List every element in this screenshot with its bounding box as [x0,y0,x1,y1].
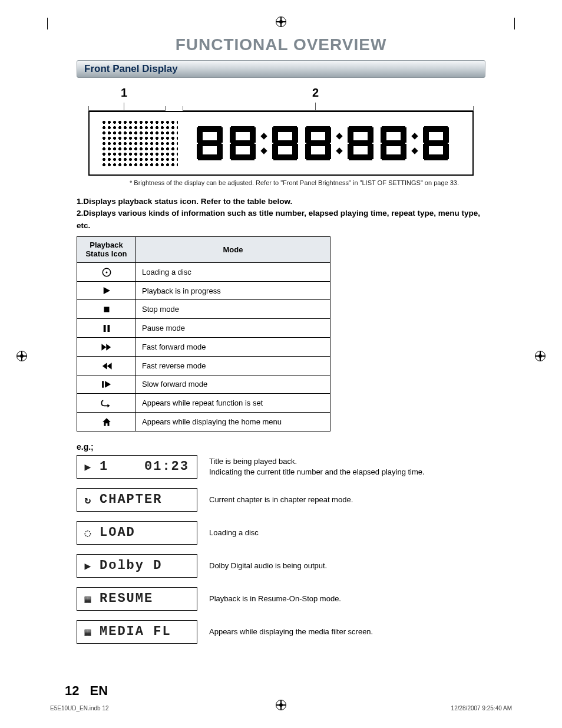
lcd-text: Dolby D [100,558,162,573]
registration-mark-right [535,351,546,361]
mode-text: Fast forward mode [136,338,330,357]
stop-dot-icon: ▦ [82,625,95,638]
lcd-example: ▶ 1 01:23 [77,455,197,479]
lcd-text: CHAPTER [100,492,162,507]
examples-list: ▶ 1 01:23 Title is being played back. In… [77,455,485,644]
display-panel [88,111,474,176]
page-lang: EN [90,683,108,699]
callout-2: 2 [312,86,319,100]
svg-point-1 [105,271,107,273]
mode-text: Appears while displaying the home menu [136,413,330,431]
home-icon [77,413,136,431]
table-row: Slow forward mode [77,375,330,394]
print-file: E5E10UD_EN.indb 12 [50,705,109,711]
example-row: ▶ 1 01:23 Title is being played back. In… [77,455,485,479]
table-row: Appears while repeat function is set [77,394,330,413]
lcd-text: RESUME [100,591,153,606]
svg-rect-5 [102,381,104,388]
svg-rect-3 [103,325,105,332]
lcd-text: 1 01:23 [100,459,189,474]
playback-mode-table: Playback Status Icon Mode Loading a disc… [77,236,330,431]
repeat-icon [77,394,136,413]
table-row: Fast forward mode [77,338,330,357]
slow-forward-icon [77,375,136,394]
table-row: Stop mode [77,300,330,319]
loading-dot-icon: ◌ [82,526,95,539]
page-number: 12 [65,683,79,699]
stop-icon [77,300,136,319]
fast-forward-icon [77,338,136,357]
lcd-example: ◌ LOAD [77,521,197,545]
section-heading: Front Panel Display [77,60,485,78]
lcd-text: MEDIA FL [100,624,171,639]
crop-mark [47,18,48,29]
mode-text: Loading a disc [136,262,330,281]
desc-item-1: 1.Displays playback status icon. Refer t… [77,196,485,207]
mode-text: Appears while repeat function is set [136,394,330,413]
desc-item-2: 2.Displays various kinds of information … [77,207,485,232]
lcd-example: ▦ MEDIA FL [77,620,197,644]
page-title: FUNCTIONAL OVERVIEW [35,35,527,54]
lcd-example: ▶ Dolby D [77,554,197,578]
table-row: Loading a disc [77,262,330,281]
crop-mark [514,18,515,29]
example-desc: Appears while displaying the media filte… [209,627,485,637]
callout-1: 1 [121,86,127,100]
seven-segment-group [196,125,461,162]
stop-dot-icon: ▦ [82,592,95,605]
rewind-icon [77,356,136,375]
table-header-mode: Mode [136,236,330,262]
mode-text: Pause mode [136,319,330,338]
loading-icon [77,262,136,281]
lcd-example: ▦ RESUME [77,587,197,611]
svg-rect-2 [104,307,109,312]
table-row: Playback is in progress [77,281,330,300]
lcd-example: ↻ CHAPTER [77,488,197,512]
example-heading: e.g.; [77,442,485,452]
example-row: ▦ RESUME Playback is in Resume-On-Stop m… [77,587,485,611]
mode-text: Slow forward mode [136,375,330,394]
table-row: Pause mode [77,319,330,338]
example-desc: Dolby Digital audio is being output. [209,561,485,571]
mode-text: Playback is in progress [136,281,330,300]
play-dot-icon: ▶ [82,460,95,473]
table-row: Appears while displaying the home menu [77,413,330,431]
brightness-note: * Brightness of the display can be adjus… [130,179,527,186]
print-footer: E5E10UD_EN.indb 12 12/28/2007 9:25:40 AM [50,705,512,711]
play-icon [77,281,136,300]
play-dot-icon: ▶ [82,559,95,572]
example-row: ↻ CHAPTER Current chapter is in chapter … [77,488,485,512]
example-desc: Current chapter is in chapter repeat mod… [209,495,485,505]
registration-mark-left [16,351,27,361]
example-desc: Loading a disc [209,528,485,538]
table-header-icon: Playback Status Icon [77,236,136,262]
table-row: Fast reverse mode [77,356,330,375]
registration-mark-top [276,17,286,27]
description-list: 1.Displays playback status icon. Refer t… [77,196,485,232]
example-row: ◌ LOAD Loading a disc [77,521,485,545]
example-row: ▶ Dolby D Dolby Digital audio is being o… [77,554,485,578]
mode-text: Stop mode [136,300,330,319]
example-desc: Title is being played back. Indicating t… [209,456,485,477]
mode-text: Fast reverse mode [136,356,330,375]
print-date: 12/28/2007 9:25:40 AM [451,705,512,711]
pause-icon [77,319,136,338]
svg-rect-4 [107,325,110,332]
page-footer: 12 EN [65,683,108,699]
dot-matrix-icon [101,120,178,167]
example-row: ▦ MEDIA FL Appears while displaying the … [77,620,485,644]
front-panel-diagram: 1 2 [88,86,474,176]
lcd-text: LOAD [100,525,135,540]
example-desc: Playback is in Resume-On-Stop mode. [209,594,485,604]
repeat-dot-icon: ↻ [82,493,95,506]
